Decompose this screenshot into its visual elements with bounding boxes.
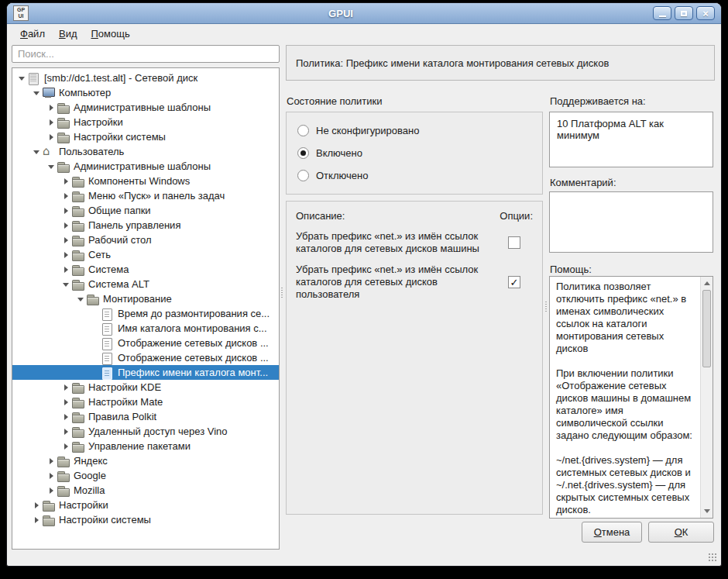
tree-item[interactable]: Префикс имени каталога монт... <box>12 365 279 380</box>
tree-item[interactable]: Панель управления <box>12 218 279 233</box>
radio-option[interactable]: Включено <box>297 145 531 160</box>
tree-item[interactable]: Отображение сетевых дисков ... <box>12 336 279 350</box>
tree-item-label: Рабочий стол <box>88 234 152 246</box>
radio-selected-icon[interactable] <box>297 147 309 159</box>
expander-closed-icon[interactable] <box>61 206 71 215</box>
menu-item[interactable]: Вид <box>52 26 84 42</box>
minimize-button[interactable] <box>653 6 671 20</box>
comment-box[interactable] <box>549 191 713 253</box>
expander-closed-icon[interactable] <box>46 103 57 112</box>
tree-item[interactable]: Административные шаблоны <box>12 100 279 115</box>
tree-item[interactable]: Mozilla <box>12 483 279 498</box>
expander-closed-icon[interactable] <box>61 236 71 244</box>
expander-closed-icon[interactable] <box>32 515 42 524</box>
help-paragraph: ~/net.{drives.system} — для системных се… <box>556 454 695 516</box>
radio-icon[interactable] <box>297 125 309 136</box>
tree-item-label: Отображение сетевых дисков ... <box>118 352 269 364</box>
splitter-handle-left[interactable] <box>281 288 283 298</box>
expander-closed-icon[interactable] <box>46 486 57 495</box>
maximize-button[interactable] <box>675 6 693 20</box>
folder-icon <box>71 381 85 394</box>
expander-closed-icon[interactable] <box>61 412 71 421</box>
expander-closed-icon[interactable] <box>32 501 42 509</box>
tree-item[interactable]: Google <box>12 468 279 483</box>
checkbox-checked[interactable] <box>508 276 520 288</box>
tree-item[interactable]: Система ALT <box>12 277 279 291</box>
expander-open-icon[interactable] <box>32 88 42 97</box>
doc-icon <box>101 322 115 335</box>
expander-closed-icon[interactable] <box>46 471 57 480</box>
radio-icon[interactable] <box>297 170 309 181</box>
expander-open-icon[interactable] <box>46 162 57 171</box>
expander-open-icon[interactable] <box>61 280 71 288</box>
tree-item-label: Настройки <box>59 499 108 511</box>
tree-item[interactable]: Настройки KDE <box>12 380 279 395</box>
expander-spacer <box>91 339 101 347</box>
tree-item[interactable]: Компьютер <box>12 85 279 100</box>
tree-item[interactable]: Пользователь <box>12 144 279 159</box>
expander-spacer <box>91 368 101 377</box>
tree-item[interactable]: Яндекс <box>12 453 279 468</box>
radio-option[interactable]: Не сконфигурировано <box>297 122 531 138</box>
help-scrollbar[interactable] <box>700 277 713 518</box>
expander-closed-icon[interactable] <box>46 133 57 141</box>
tree-item[interactable]: Рабочий стол <box>12 233 279 247</box>
tree-item[interactable]: Удаленный доступ через Vino <box>12 424 279 439</box>
expander-closed-icon[interactable] <box>61 398 71 406</box>
tree-panel[interactable]: [smb://dc1.test.alt] - Сетевой дискКомпь… <box>12 67 280 550</box>
tree-item[interactable]: Монтирование <box>12 291 279 306</box>
checkbox-unchecked[interactable] <box>508 236 520 249</box>
folder-icon <box>86 293 100 305</box>
tree-item[interactable]: Настройки <box>12 115 279 129</box>
tree-item[interactable]: Настройки системы <box>12 129 279 144</box>
scrollbar-thumb[interactable] <box>702 290 711 367</box>
expander-closed-icon[interactable] <box>61 221 71 229</box>
tree-item[interactable]: Настройки <box>12 498 279 512</box>
tree-item[interactable]: Время до размонтирования се... <box>12 306 279 321</box>
expander-closed-icon[interactable] <box>61 250 71 259</box>
options-panel-header: Описание: Опции: <box>296 210 533 222</box>
tree-item[interactable]: [smb://dc1.test.alt] - Сетевой диск <box>12 71 279 85</box>
expander-closed-icon[interactable] <box>61 383 71 391</box>
options-rows: Убрать префикс «net.» из имён ссылок кат… <box>296 230 533 301</box>
tree-item[interactable]: Система <box>12 262 279 277</box>
radio-option[interactable]: Отключено <box>297 167 531 183</box>
tree-item[interactable]: Отображение сетевых дисков ... <box>12 350 279 365</box>
expander-closed-icon[interactable] <box>61 427 71 436</box>
tree-item[interactable]: Меню «Пуск» и панель задач <box>12 188 279 203</box>
menu-item[interactable]: Помощь <box>84 26 137 42</box>
expander-open-icon[interactable] <box>32 147 42 156</box>
tree-item-label: Система <box>88 264 129 275</box>
title-bar[interactable]: GP UI GPUI × <box>7 3 721 24</box>
expander-open-icon[interactable] <box>76 295 86 303</box>
expander-closed-icon[interactable] <box>61 442 71 450</box>
supported-on-label: Поддерживается на: <box>550 95 646 108</box>
scroll-up-icon[interactable] <box>701 277 713 289</box>
expander-open-icon[interactable] <box>17 74 27 82</box>
tree-item[interactable]: Компоненты Windows <box>12 174 279 188</box>
close-button[interactable]: × <box>696 6 715 20</box>
search-input[interactable] <box>12 45 280 63</box>
expander-closed-icon[interactable] <box>46 457 57 465</box>
expander-closed-icon[interactable] <box>61 177 71 185</box>
tree-item[interactable]: Настройки системы <box>12 512 279 527</box>
tree-item-label: Общие папки <box>88 205 151 216</box>
triangle-up <box>704 281 710 285</box>
cancel-button[interactable]: Отмена <box>582 522 642 543</box>
tree-item[interactable]: Имя каталога монтирования с... <box>12 321 279 336</box>
expander-closed-icon[interactable] <box>61 191 71 200</box>
scroll-down-icon[interactable] <box>701 505 713 517</box>
tree-item[interactable]: Сеть <box>12 247 279 262</box>
tree-item[interactable]: Правила Polkit <box>12 409 279 424</box>
splitter-handle-right[interactable] <box>545 302 547 312</box>
tree-item[interactable]: Управление пакетами <box>12 439 279 453</box>
ok-button[interactable]: ОК <box>648 522 714 543</box>
tree-item[interactable]: Общие папки <box>12 203 279 218</box>
resize-grip[interactable] <box>708 553 716 561</box>
computer-icon <box>42 87 56 99</box>
tree-item[interactable]: Настройки Mate <box>12 395 279 409</box>
expander-closed-icon[interactable] <box>61 265 71 274</box>
tree-item[interactable]: Административные шаблоны <box>12 159 279 174</box>
expander-closed-icon[interactable] <box>46 118 57 126</box>
menu-item[interactable]: Файл <box>13 26 52 42</box>
